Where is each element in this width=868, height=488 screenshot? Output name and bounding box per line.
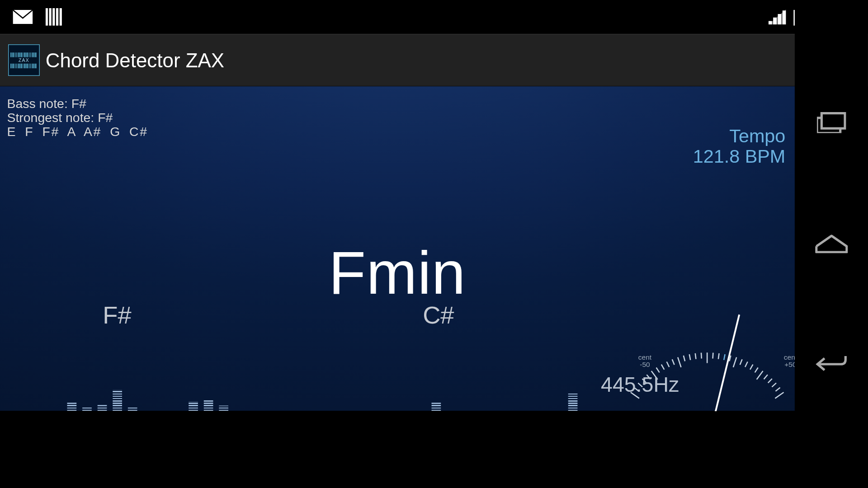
svg-line-32 — [724, 354, 725, 360]
strongest-note-value: F# — [98, 110, 113, 125]
spectrum-bar — [189, 402, 198, 411]
svg-line-43 — [775, 388, 780, 391]
signal-icon — [769, 9, 786, 25]
svg-line-27 — [695, 353, 696, 359]
bass-note-label: Bass note: — [7, 96, 67, 111]
svg-rect-8 — [773, 18, 777, 24]
svg-line-41 — [768, 379, 772, 383]
spectrum-bar — [568, 392, 578, 411]
tempo-label: Tempo — [693, 126, 785, 146]
spectrum-analyzer — [67, 376, 578, 411]
spectrum-bar — [432, 403, 441, 411]
tempo-value: 121.8 BPM — [693, 146, 785, 167]
svg-rect-9 — [778, 14, 781, 24]
status-bar: 7:33 — [0, 0, 868, 34]
svg-line-30 — [713, 353, 713, 359]
spectrum-bar — [82, 406, 92, 411]
spectrum-bar — [219, 406, 228, 411]
system-nav-bar — [795, 0, 868, 488]
svg-line-39 — [757, 371, 763, 380]
strongest-note-label: Strongest note: — [7, 110, 94, 125]
svg-line-22 — [667, 362, 670, 367]
recent-apps-button[interactable] — [812, 108, 850, 136]
app-bar: ZAX Chord Detector ZAX — [0, 34, 868, 86]
spectrum-bar — [67, 403, 77, 411]
svg-line-26 — [689, 354, 690, 360]
bass-note-value: F# — [71, 96, 86, 111]
svg-line-36 — [745, 362, 748, 367]
svg-line-44 — [775, 392, 783, 398]
tuner-frequency: 445.5Hz — [601, 372, 679, 397]
tempo-block: Tempo 121.8 BPM — [693, 126, 785, 167]
svg-line-40 — [764, 375, 768, 379]
main-content: Bass note: F# Strongest note: F# E F F# … — [0, 86, 795, 411]
svg-line-31 — [718, 353, 719, 359]
svg-line-24 — [678, 357, 681, 367]
svg-line-42 — [772, 383, 776, 387]
spectrum-bar — [204, 400, 213, 411]
chord-sub-note-left: F# — [103, 301, 131, 329]
svg-line-38 — [755, 368, 758, 373]
home-button[interactable] — [812, 230, 850, 258]
cent-scale-right: cent+50 — [784, 353, 795, 369]
svg-rect-7 — [769, 21, 772, 24]
svg-line-37 — [750, 365, 753, 370]
svg-line-20 — [656, 368, 660, 373]
svg-line-23 — [672, 359, 675, 365]
svg-line-25 — [684, 356, 685, 361]
svg-rect-2 — [49, 8, 51, 26]
svg-rect-4 — [56, 8, 58, 26]
tuner-dial: cent-50 cent+50 445.5Hz — [608, 294, 795, 411]
cent-scale-left: cent-50 — [638, 353, 651, 369]
svg-line-34 — [733, 357, 736, 367]
chord-sub-note-right: C# — [423, 301, 454, 329]
svg-rect-10 — [783, 10, 786, 24]
svg-rect-1 — [46, 8, 48, 26]
spectrum-bar — [128, 408, 137, 411]
svg-rect-5 — [60, 8, 62, 26]
notification-app-icon — [46, 8, 62, 26]
detected-notes-list: E F F# A A# G C# — [7, 125, 148, 139]
bottom-bar — [0, 411, 795, 488]
svg-rect-3 — [52, 8, 55, 26]
spectrum-bar — [98, 405, 107, 411]
mail-icon — [13, 10, 33, 24]
svg-line-35 — [740, 359, 742, 365]
app-title: Chord Detector ZAX — [46, 49, 827, 71]
spectrum-bar — [113, 390, 122, 411]
note-info-block: Bass note: F# Strongest note: F# E F F# … — [7, 97, 148, 138]
svg-rect-46 — [821, 113, 845, 129]
back-button[interactable] — [812, 352, 850, 380]
svg-line-21 — [661, 365, 664, 370]
svg-line-28 — [701, 353, 702, 359]
app-icon: ZAX — [8, 44, 40, 76]
